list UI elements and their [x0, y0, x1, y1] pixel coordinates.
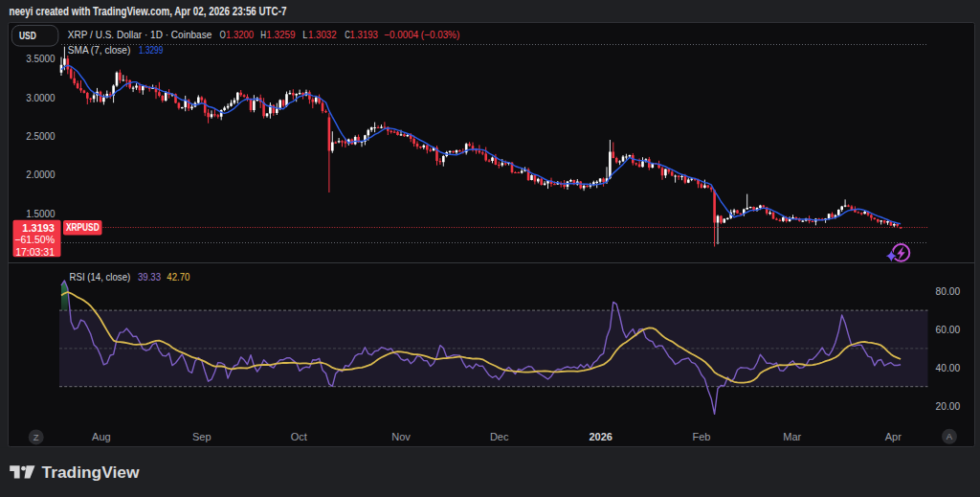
svg-text:XRP / U.S. Dollar · 1D · Coinb: XRP / U.S. Dollar · 1D · Coinbase: [68, 29, 212, 40]
svg-text:39.33: 39.33: [138, 271, 161, 282]
svg-text:2.5000: 2.5000: [26, 130, 55, 142]
svg-text:Nov: Nov: [391, 431, 411, 442]
svg-text:USD: USD: [19, 30, 36, 41]
svg-text:neeyi created with TradingView: neeyi created with TradingView.com, Apr …: [9, 5, 286, 18]
svg-text:2026: 2026: [589, 431, 612, 442]
svg-text:1.3193: 1.3193: [22, 222, 55, 234]
svg-text:TradingView: TradingView: [42, 463, 141, 482]
svg-text:−0.0004 (−0.03%): −0.0004 (−0.03%): [384, 29, 459, 40]
svg-text:1.3032: 1.3032: [308, 29, 337, 40]
svg-text:Mar: Mar: [783, 431, 801, 442]
svg-text:O: O: [220, 29, 226, 40]
svg-text:RSI (14, close): RSI (14, close): [70, 271, 131, 282]
svg-text:1.3259: 1.3259: [266, 29, 295, 40]
svg-text:Aug: Aug: [92, 431, 111, 442]
svg-text:Feb: Feb: [692, 431, 710, 442]
svg-text:60.00: 60.00: [936, 324, 961, 335]
svg-text:20.00: 20.00: [936, 400, 961, 412]
svg-text:Apr: Apr: [885, 431, 902, 442]
svg-text:SMA (7, close): SMA (7, close): [68, 44, 131, 56]
svg-text:1.3299: 1.3299: [139, 44, 163, 56]
svg-text:L: L: [302, 29, 307, 40]
svg-text:Z: Z: [33, 432, 39, 442]
svg-text:1.3200: 1.3200: [226, 29, 254, 40]
svg-text:1.3193: 1.3193: [350, 29, 378, 40]
svg-text:Oct: Oct: [291, 431, 307, 442]
svg-text:−61.50%: −61.50%: [14, 234, 55, 245]
svg-text:3.5000: 3.5000: [26, 53, 55, 64]
svg-text:3.0000: 3.0000: [26, 92, 55, 103]
svg-text:80.00: 80.00: [936, 285, 961, 297]
svg-text:1.5000: 1.5000: [26, 208, 55, 219]
svg-text:H: H: [260, 29, 266, 40]
svg-text:2.0000: 2.0000: [26, 169, 55, 180]
svg-text:40.00: 40.00: [936, 362, 961, 373]
svg-text:42.70: 42.70: [167, 271, 189, 282]
svg-text:17:03:31: 17:03:31: [15, 246, 55, 258]
svg-text:A: A: [947, 431, 953, 441]
svg-text:Dec: Dec: [490, 431, 509, 442]
svg-text:XRPUSD: XRPUSD: [66, 222, 100, 233]
svg-text:Sep: Sep: [192, 431, 212, 442]
